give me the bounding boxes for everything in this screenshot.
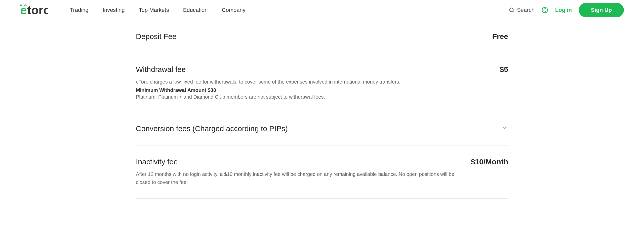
login-button[interactable]: Log in <box>555 7 572 13</box>
withdrawal-fee-desc-2: Minimum Withdrawal Amount $30 <box>136 87 468 93</box>
nav-item-trading[interactable]: Trading <box>63 0 96 20</box>
withdrawal-fee-desc-1: eToro charges a low fixed fee for withdr… <box>136 78 468 86</box>
withdrawal-fee-title: Withdrawal fee <box>136 65 468 74</box>
inactivity-fee-title: Inactivity fee <box>136 158 468 166</box>
main-content: Deposit Fee Free Withdrawal fee eToro ch… <box>96 20 548 199</box>
nav-item-top-markets[interactable]: Top Markets <box>132 0 176 20</box>
nav-item-education[interactable]: Education <box>176 0 215 20</box>
search-area[interactable]: Search <box>509 7 535 13</box>
inactivity-fee-desc-1: After 12 months with no login activity, … <box>136 170 468 186</box>
search-icon <box>509 7 514 13</box>
signup-button[interactable]: Sign Up <box>579 3 624 17</box>
globe-icon[interactable] <box>542 7 548 13</box>
fee-left-conversion: Conversion fees (Charged according to PI… <box>136 124 468 133</box>
fee-left-deposit: Deposit Fee <box>136 32 468 41</box>
nav-item-company[interactable]: Company <box>215 0 253 20</box>
deposit-fee-title: Deposit Fee <box>136 32 468 41</box>
conversion-fee-title: Conversion fees (Charged according to PI… <box>136 124 468 133</box>
fee-right-conversion[interactable] <box>468 124 508 133</box>
search-label: Search <box>517 7 535 13</box>
svg-text:toro: toro <box>27 4 48 16</box>
etoro-logo[interactable]: e toro <box>20 4 48 16</box>
fee-left-withdrawal: Withdrawal fee eToro charges a low fixed… <box>136 65 468 100</box>
svg-line-3 <box>513 11 514 12</box>
inactivity-fee-value: $10/Month <box>471 158 508 166</box>
fee-right-inactivity: $10/Month <box>468 158 508 166</box>
fee-row-withdrawal: Withdrawal fee eToro charges a low fixed… <box>136 53 508 112</box>
fee-right-withdrawal: $5 <box>468 65 508 74</box>
nav-links: Trading Investing Top Markets Education … <box>63 0 509 20</box>
withdrawal-fee-value: $5 <box>500 65 508 74</box>
fee-left-inactivity: Inactivity fee After 12 months with no l… <box>136 158 468 186</box>
withdrawal-fee-desc-3: Platinum, Platinum + and Diamond Club me… <box>136 94 468 100</box>
fee-row-conversion: Conversion fees (Charged according to PI… <box>136 112 508 145</box>
fee-right-deposit: Free <box>468 32 508 41</box>
fee-row-inactivity: Inactivity fee After 12 months with no l… <box>136 145 508 199</box>
deposit-fee-value: Free <box>492 32 508 41</box>
nav-item-investing[interactable]: Investing <box>96 0 132 20</box>
chevron-down-icon[interactable] <box>501 124 508 133</box>
nav-right: Search Log in Sign Up <box>509 3 624 17</box>
navbar: e toro Trading Investing Top Markets Edu… <box>0 0 644 20</box>
fee-row-deposit: Deposit Fee Free <box>136 20 508 53</box>
